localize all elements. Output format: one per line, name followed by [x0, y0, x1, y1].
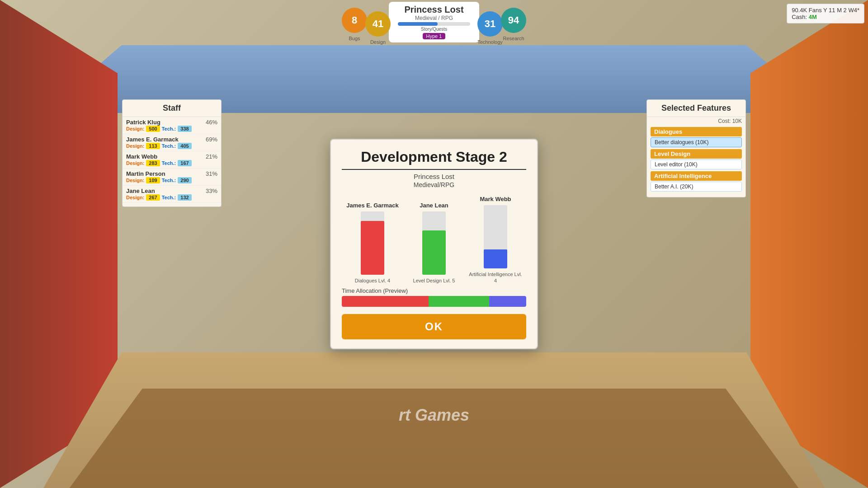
ok-button[interactable]: OK [342, 314, 526, 339]
modal-staff-name-0: James E. Garmack [346, 202, 399, 209]
modal-staff-col-1: Jane Lean Level Design Lvl. 5 [407, 202, 461, 284]
modal-staff-col-2: Mark Webb Artificial Intelligence Lvl. 4 [468, 196, 523, 284]
time-alloc-bar [342, 296, 526, 307]
development-stage-modal: Development Stage 2 Princess Lost Mediev… [330, 139, 538, 350]
modal-bar-2 [484, 249, 507, 268]
modal-staff-name-1: Jane Lean [420, 202, 448, 209]
time-segment-0 [342, 296, 429, 307]
modal-game-genre: Medieval/RPG [342, 181, 526, 188]
modal-staff-name-2: Mark Webb [480, 196, 511, 202]
modal-bar-container-2 [484, 205, 507, 268]
staff-columns: James E. Garmack Dialogues Lvl. 4 Jane L… [342, 196, 526, 284]
time-segment-1 [429, 296, 490, 307]
modal-game-title: Princess Lost [342, 173, 526, 180]
modal-bar-0 [361, 221, 384, 275]
time-segment-2 [489, 296, 526, 307]
modal-overlay: Development Stage 2 Princess Lost Mediev… [0, 0, 868, 488]
modal-staff-feature-0: Dialogues Lvl. 4 [355, 277, 390, 284]
modal-staff-col-0: James E. Garmack Dialogues Lvl. 4 [345, 202, 400, 284]
time-alloc-label: Time Allocation (Preview) [342, 287, 526, 294]
modal-title: Development Stage 2 [342, 149, 526, 170]
modal-staff-feature-1: Level Design Lvl. 5 [413, 277, 455, 284]
modal-bar-container-1 [422, 211, 446, 275]
modal-staff-feature-2: Artificial Intelligence Lvl. 4 [468, 271, 523, 284]
modal-bar-container-0 [361, 211, 384, 275]
modal-bar-1 [422, 230, 446, 275]
